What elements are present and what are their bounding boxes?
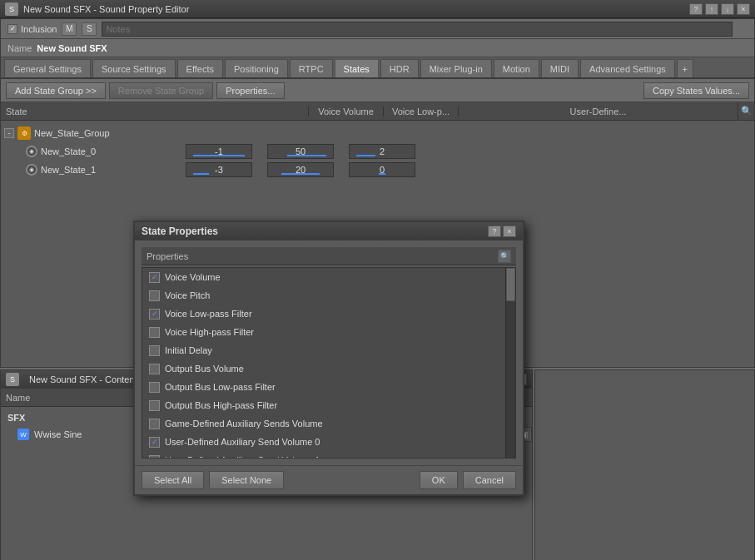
dialog-help-button[interactable]: ? — [488, 225, 501, 237]
prop-item-output-bus-lowpass[interactable]: Output Bus Low-pass Filter — [142, 378, 515, 396]
prop-label-output-bus-volume: Output Bus Volume — [165, 364, 244, 374]
props-list-scrollbar[interactable] — [505, 268, 515, 458]
prop-label-voice-volume: Voice Volume — [165, 272, 221, 282]
properties-search-icon[interactable]: 🔍 — [498, 250, 511, 263]
prop-item-voice-highpass[interactable]: Voice High-pass Filter — [142, 323, 515, 341]
properties-header: Properties 🔍 — [142, 247, 516, 265]
prop-label-voice-lowpass: Voice Low-pass Filter — [165, 309, 252, 319]
prop-label-voice-highpass: Voice High-pass Filter — [165, 327, 254, 337]
prop-label-output-bus-lowpass: Output Bus Low-pass Filter — [165, 382, 276, 392]
prop-item-game-defined-sends[interactable]: Game-Defined Auxiliary Sends Volume — [142, 414, 515, 433]
ok-button[interactable]: OK — [420, 471, 458, 489]
dialog-title-bar: State Properties ? × — [135, 222, 523, 240]
prop-label-user-send-0: User-Defined Auxiliary Send Volume 0 — [165, 437, 320, 447]
dialog-footer: Select All Select None OK Cancel — [135, 465, 523, 494]
select-none-button[interactable]: Select None — [209, 471, 284, 489]
dialog-close-button[interactable]: × — [503, 225, 516, 237]
prop-cb-voice-highpass[interactable] — [149, 327, 160, 338]
properties-header-label: Properties — [147, 251, 498, 261]
prop-cb-game-defined-sends[interactable] — [149, 419, 160, 429]
prop-item-voice-lowpass[interactable]: ✓ Voice Low-pass Filter — [142, 305, 515, 323]
prop-label-voice-pitch: Voice Pitch — [165, 290, 210, 300]
cancel-button[interactable]: Cancel — [463, 471, 516, 489]
prop-cb-output-bus-lowpass[interactable] — [149, 382, 160, 393]
prop-item-user-send-1[interactable]: User-Defined Auxiliary Send Volume 1 — [142, 451, 515, 458]
prop-cb-voice-pitch[interactable] — [149, 290, 160, 301]
prop-cb-output-bus-highpass[interactable] — [149, 400, 160, 411]
prop-cb-output-bus-volume[interactable] — [149, 364, 160, 374]
prop-item-user-send-0[interactable]: ✓ User-Defined Auxiliary Send Volume 0 — [142, 433, 515, 451]
prop-item-output-bus-highpass[interactable]: Output Bus High-pass Filter — [142, 396, 515, 414]
props-scrollbar-thumb[interactable] — [506, 268, 515, 301]
prop-label-game-defined-sends: Game-Defined Auxiliary Sends Volume — [165, 419, 323, 429]
prop-cb-user-send-1[interactable] — [149, 455, 160, 459]
prop-cb-initial-delay[interactable] — [149, 345, 160, 356]
prop-cb-user-send-0[interactable]: ✓ — [149, 437, 160, 448]
prop-item-output-bus-volume[interactable]: Output Bus Volume — [142, 359, 515, 378]
prop-cb-voice-lowpass[interactable]: ✓ — [149, 309, 160, 320]
dialog-title: State Properties — [142, 225, 486, 237]
prop-item-initial-delay[interactable]: Initial Delay — [142, 341, 515, 359]
state-properties-dialog: State Properties ? × Properties 🔍 ✓ Voic… — [133, 221, 524, 496]
prop-item-voice-volume[interactable]: ✓ Voice Volume — [142, 268, 515, 286]
select-all-button[interactable]: Select All — [142, 471, 204, 489]
prop-cb-voice-volume[interactable]: ✓ — [149, 272, 160, 283]
prop-item-voice-pitch[interactable]: Voice Pitch — [142, 286, 515, 305]
prop-label-output-bus-highpass: Output Bus High-pass Filter — [165, 400, 277, 410]
properties-list: ✓ Voice Volume Voice Pitch ✓ Voice Low-p… — [142, 267, 516, 458]
dialog-body: Properties 🔍 ✓ Voice Volume Voice Pitch … — [135, 240, 523, 465]
prop-label-initial-delay: Initial Delay — [165, 345, 212, 355]
dialog-overlay: State Properties ? × Properties 🔍 ✓ Voic… — [0, 0, 755, 560]
prop-label-user-send-1: User-Defined Auxiliary Send Volume 1 — [165, 455, 320, 458]
